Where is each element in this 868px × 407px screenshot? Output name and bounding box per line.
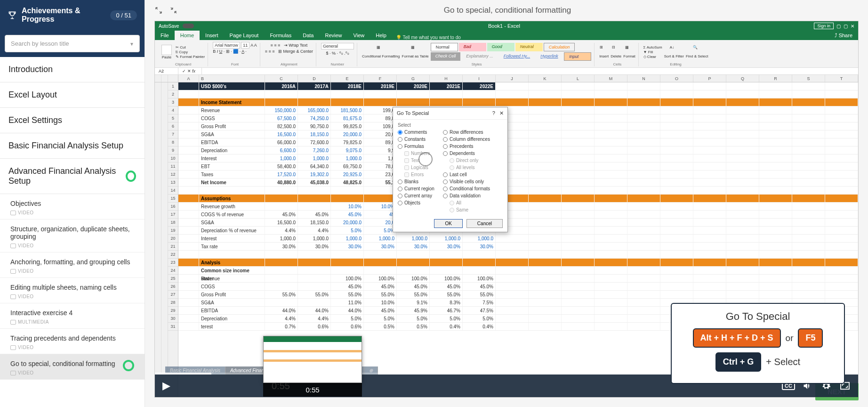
sidebar-title: Achievements & Progress — [22, 7, 105, 24]
search-bar: Search by lesson title ▼ — [0, 30, 145, 57]
video-icon — [10, 294, 16, 299]
lesson-list: Introduction Excel Layout Excel Settings… — [0, 57, 145, 407]
page-title: Go to special, conditional formatting — [185, 6, 830, 15]
video-area: AutoSave Book1 - Excel Sign in▢▢✕ File H… — [145, 21, 868, 407]
main-content: Go to special, conditional formatting Au… — [145, 0, 868, 407]
section-advanced-setup[interactable]: Advanced Financial Analysis Setup — [0, 159, 145, 194]
video-icon — [10, 244, 16, 248]
lesson-tracing[interactable]: Tracing precedents and dependents VIDEO — [0, 329, 145, 354]
sidebar-header: Achievements & Progress 0 / 51 — [0, 0, 145, 30]
search-input[interactable]: Search by lesson title — [5, 35, 140, 52]
section-introduction[interactable]: Introduction — [0, 57, 145, 82]
ok-button: OK — [434, 219, 462, 228]
seek-thumbnail: 0:55 — [263, 336, 362, 397]
video-icon — [10, 211, 16, 215]
main-header: Go to special, conditional formatting — [145, 0, 868, 21]
chevron-down-icon[interactable]: ▼ — [129, 41, 134, 46]
video-icon — [10, 269, 16, 274]
highlight-circle-icon — [418, 152, 433, 166]
lesson-editing-sheets[interactable]: Editing multiple sheets, naming cells VI… — [0, 278, 145, 303]
play-button[interactable]: ▶ — [155, 380, 177, 392]
excel-titlebar: AutoSave Book1 - Excel Sign in▢▢✕ — [155, 21, 858, 31]
trophy-icon — [8, 10, 17, 20]
lesson-goto-special[interactable]: Go to special, conditional formatting VI… — [0, 354, 145, 380]
progress-circle-icon — [126, 171, 136, 182]
video-icon — [10, 345, 16, 350]
shortcut-card: Go To Special Alt + H + F + D + S or F5 … — [671, 303, 845, 384]
progress-circle-icon — [123, 360, 134, 371]
goto-special-dialog: Go To Special? ✕ Select Comments Constan… — [393, 107, 508, 232]
progress-count: 0 / 51 — [110, 10, 137, 20]
video-player[interactable]: AutoSave Book1 - Excel Sign in▢▢✕ File H… — [154, 21, 859, 398]
expand-icon[interactable] — [154, 6, 163, 15]
section-excel-settings[interactable]: Excel Settings — [0, 108, 145, 133]
section-excel-layout[interactable]: Excel Layout — [0, 82, 145, 108]
excel-ribbon: Paste ✂ Cut ⎘ Copy ✎ Format Painter Clip… — [155, 40, 858, 68]
lesson-objectives[interactable]: Objectives VIDEO — [0, 194, 145, 220]
lesson-exercise-4[interactable]: Interactive exercise 4 MULTIMEDIA — [0, 303, 145, 329]
name-box-row: A2 ✓ ✕ fx — [155, 68, 858, 75]
lesson-structure[interactable]: Structure, organization, duplicate sheet… — [0, 220, 145, 252]
section-label: Advanced Financial Analysis Setup — [8, 166, 126, 186]
video-icon — [10, 371, 16, 375]
cancel-button: Cancel — [466, 219, 503, 228]
collapse-icon[interactable] — [169, 6, 178, 15]
signin-button: Sign in — [814, 23, 834, 29]
multimedia-icon — [10, 320, 16, 325]
sidebar: Achievements & Progress 0 / 51 Search by… — [0, 0, 145, 407]
lesson-anchoring[interactable]: Anchoring, formatting, and grouping cell… — [0, 252, 145, 278]
excel-ribbon-tabs: File Home Insert Page Layout Formulas Da… — [155, 31, 858, 40]
section-basic-setup[interactable]: Basic Financial Analysis Setup — [0, 133, 145, 159]
